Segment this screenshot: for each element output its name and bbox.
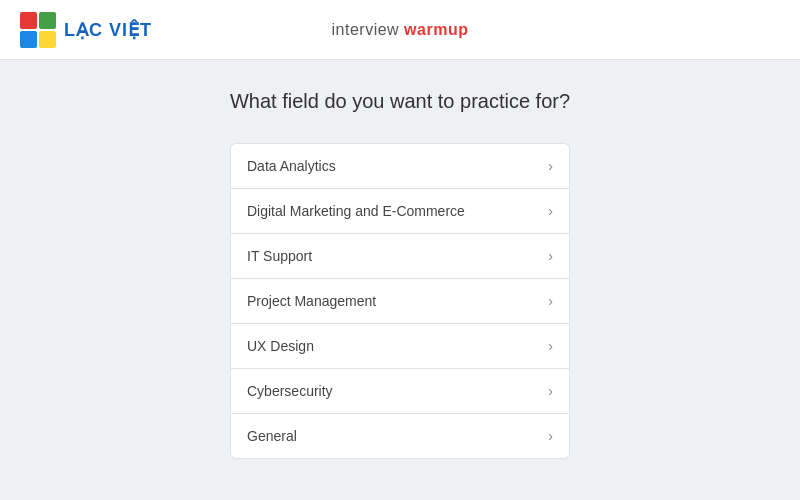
logo-cell-green (39, 12, 56, 29)
main-content: What field do you want to practice for? … (0, 60, 800, 500)
option-label-data-analytics: Data Analytics (247, 158, 336, 174)
option-label-project-management: Project Management (247, 293, 376, 309)
chevron-icon-it-support: › (548, 248, 553, 264)
option-item-it-support[interactable]: IT Support› (230, 233, 570, 278)
chevron-icon-digital-marketing: › (548, 203, 553, 219)
option-item-digital-marketing[interactable]: Digital Marketing and E-Commerce› (230, 188, 570, 233)
chevron-icon-general: › (548, 428, 553, 444)
logo-cell-blue (20, 31, 37, 48)
option-label-digital-marketing: Digital Marketing and E-Commerce (247, 203, 465, 219)
option-item-general[interactable]: General› (230, 413, 570, 459)
option-item-ux-design[interactable]: UX Design› (230, 323, 570, 368)
option-item-data-analytics[interactable]: Data Analytics› (230, 143, 570, 188)
option-label-cybersecurity: Cybersecurity (247, 383, 333, 399)
header: LẠC VIỆT interview warmup (0, 0, 800, 60)
option-item-cybersecurity[interactable]: Cybersecurity› (230, 368, 570, 413)
header-interview-text: interview (332, 21, 405, 38)
option-label-general: General (247, 428, 297, 444)
logo-cell-red (20, 12, 37, 29)
option-label-ux-design: UX Design (247, 338, 314, 354)
logo-text: LẠC VIỆT (64, 19, 152, 41)
option-label-it-support: IT Support (247, 248, 312, 264)
header-title: interview warmup (332, 21, 469, 39)
page-question: What field do you want to practice for? (230, 90, 570, 113)
chevron-icon-cybersecurity: › (548, 383, 553, 399)
chevron-icon-project-management: › (548, 293, 553, 309)
header-warmup-text: warmup (404, 21, 468, 38)
logo-icon (20, 12, 56, 48)
chevron-icon-ux-design: › (548, 338, 553, 354)
option-item-project-management[interactable]: Project Management› (230, 278, 570, 323)
chevron-icon-data-analytics: › (548, 158, 553, 174)
options-list: Data Analytics›Digital Marketing and E-C… (230, 143, 570, 459)
logo-cell-yellow (39, 31, 56, 48)
logo-area: LẠC VIỆT (20, 12, 152, 48)
